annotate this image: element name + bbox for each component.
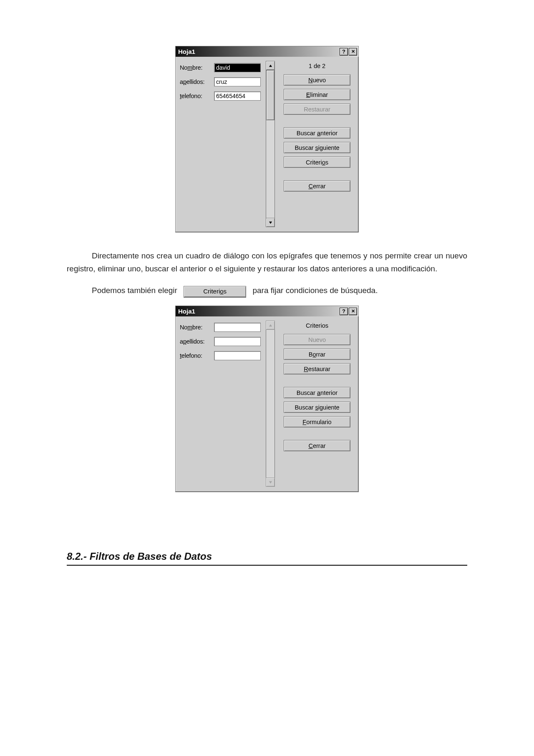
paragraph-1: Directamente nos crea un cuadro de diálo… [67, 249, 467, 276]
borrar-button[interactable]: Borrar [284, 349, 350, 360]
restaurar-button: Restaurar [284, 104, 350, 115]
telefono-input[interactable] [214, 351, 261, 360]
criterios-inline-button[interactable]: Criterios [184, 286, 246, 297]
titlebar[interactable]: Hoja1 [176, 306, 358, 316]
scroll-down-icon[interactable] [266, 218, 275, 227]
scroll-down-icon [266, 478, 275, 487]
label-telefono: telefono: [180, 93, 214, 99]
buscar-siguiente-button[interactable]: Buscar siguiente [284, 142, 350, 153]
svg-marker-3 [269, 481, 272, 483]
formulario-button[interactable]: Formulario [284, 416, 350, 427]
mode-label: Criterios [281, 321, 353, 331]
help-icon[interactable] [340, 48, 348, 56]
scroll-track [266, 330, 275, 478]
svg-marker-1 [269, 221, 272, 223]
nombre-input[interactable] [214, 323, 261, 332]
telefono-input[interactable] [214, 91, 261, 101]
nombre-input[interactable] [214, 63, 261, 72]
nuevo-button[interactable]: Nuevo [284, 74, 350, 86]
apellidos-input[interactable] [214, 337, 261, 346]
criterios-button[interactable]: Criterios [284, 157, 350, 168]
help-icon[interactable] [340, 308, 348, 315]
label-nombre: Nombre: [180, 324, 214, 331]
label-apellidos: apellidos: [180, 78, 214, 85]
close-icon[interactable] [349, 308, 357, 315]
cerrar-button[interactable]: Cerrar [284, 180, 350, 192]
cerrar-button[interactable]: Cerrar [284, 440, 350, 451]
titlebar[interactable]: Hoja1 [176, 46, 358, 57]
scroll-track[interactable] [266, 70, 275, 218]
dialog-title: Hoja1 [178, 308, 195, 315]
scroll-thumb[interactable] [266, 70, 275, 120]
label-nombre: Nombre: [180, 64, 214, 71]
nuevo-button: Nuevo [284, 334, 350, 345]
label-telefono: telefono: [180, 352, 214, 359]
label-apellidos: apellidos: [180, 338, 214, 345]
form-dialog-2: Hoja1 Nombre: apellidos: [175, 306, 359, 492]
scrollbar[interactable] [266, 61, 275, 227]
paragraph-2: Podemos también elegir Criterios para fi… [67, 284, 467, 298]
section-heading: 8.2.- Filtros de Bases de Datos [67, 551, 467, 566]
form-dialog-1: Hoja1 Nombre: apellidos: [175, 46, 359, 233]
svg-marker-2 [269, 324, 272, 326]
dialog-title: Hoja1 [178, 48, 195, 55]
record-counter: 1 de 2 [281, 61, 353, 71]
buscar-anterior-button[interactable]: Buscar anterior [284, 387, 350, 398]
scroll-up-icon [266, 321, 275, 330]
scroll-up-icon[interactable] [266, 61, 275, 70]
scrollbar [266, 321, 275, 487]
buscar-anterior-button[interactable]: Buscar anterior [284, 127, 350, 139]
svg-marker-0 [269, 64, 272, 66]
eliminar-button[interactable]: Eliminar [284, 89, 350, 100]
close-icon[interactable] [349, 48, 357, 56]
restaurar-button[interactable]: Restaurar [284, 363, 350, 374]
buscar-siguiente-button[interactable]: Buscar siguiente [284, 402, 350, 413]
apellidos-input[interactable] [214, 77, 261, 86]
